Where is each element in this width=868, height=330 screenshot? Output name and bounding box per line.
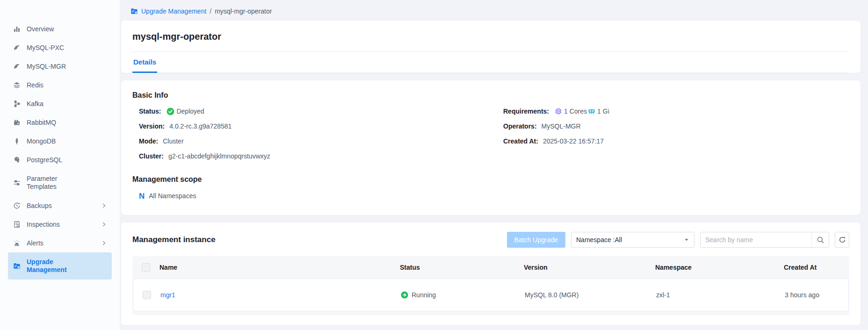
version-value: 4.0.2-rc.3.g9a728581 — [169, 122, 231, 130]
sidebar-item-parameter-templates[interactable]: Parameter Templates — [8, 169, 112, 196]
sidebar-item-label: Backups — [27, 202, 52, 210]
folder-gear-icon — [13, 262, 21, 270]
breadcrumb-root-link[interactable]: Upgrade Management — [141, 7, 206, 15]
cluster-label: Cluster: — [139, 152, 164, 160]
requirements-row: Requirements: 1 Cores 1 Gi — [497, 104, 849, 119]
instance-toolbar: Batch Upgrade Namespace : All — [507, 232, 849, 248]
sidebar-item-redis[interactable]: Redis — [8, 76, 112, 94]
tab-bar: Details — [132, 52, 849, 73]
instance-created-at: 3 hours ago — [785, 291, 848, 299]
instance-name-link[interactable]: mgr1 — [160, 291, 175, 299]
bar-chart-icon — [13, 25, 21, 33]
sidebar-item-label: MongoDB — [27, 137, 56, 145]
search-box — [700, 232, 829, 248]
namespace-scope-value: All Namespaces — [149, 192, 196, 200]
sidebar-item-postgresql[interactable]: PostgreSQL — [8, 151, 112, 169]
created-at-value: 2025-03-22 16:57:17 — [543, 137, 604, 145]
sidebar-item-label: Overview — [27, 25, 54, 33]
created-at-row: Created At: 2025-03-22 16:57:17 — [497, 134, 849, 149]
management-instance-card: Management instance Batch Upgrade Namesp… — [121, 222, 861, 325]
running-status-icon — [401, 291, 408, 299]
sidebar-item-backups[interactable]: Backups — [8, 196, 112, 215]
app-window: Overview MySQL-PXC MySQL-MGR Redis — [0, 0, 868, 330]
search-input[interactable] — [701, 232, 811, 247]
sidebar-item-upgrade-management[interactable]: Upgrade Management — [8, 252, 112, 280]
column-header-created-at: Created At — [784, 264, 849, 271]
table-header-row: Name Status Version Namespace Created At — [132, 256, 849, 279]
restore-icon — [13, 202, 21, 209]
main-content: Upgrade Management / mysql-mgr-operator … — [120, 0, 868, 330]
column-header-name: Name — [159, 264, 400, 271]
namespace-filter-label: Namespace : — [576, 236, 615, 244]
row-checkbox[interactable] — [143, 291, 151, 299]
breadcrumb-separator: / — [210, 7, 211, 15]
chevron-right-icon — [101, 202, 107, 209]
chevron-right-icon — [101, 240, 107, 246]
sidebar-item-label: Parameter Templates — [27, 175, 69, 191]
mode-value: Cluster — [163, 137, 183, 145]
management-instance-title: Management instance — [132, 235, 216, 244]
basic-info-title: Basic Info — [132, 91, 849, 100]
mode-label: Mode: — [139, 137, 158, 145]
breadcrumb-current: mysql-mgr-operator — [215, 7, 272, 15]
requirements-memory-value: 1 Gi — [597, 108, 609, 115]
requirements-label: Requirements: — [503, 108, 549, 115]
rabbit-icon — [13, 119, 21, 126]
doc-search-icon — [13, 221, 21, 228]
sidebar-item-alerts[interactable]: Alerts — [8, 234, 112, 252]
page-title: mysql-mgr-operator — [132, 31, 849, 42]
namespace-filter-value: All — [615, 236, 622, 244]
cpu-icon — [555, 108, 562, 115]
layers-icon — [13, 81, 21, 89]
network-icon — [13, 100, 21, 108]
sidebar-item-rabbitmq[interactable]: RabbitMQ — [8, 113, 112, 132]
refresh-button[interactable] — [835, 232, 849, 248]
sidebar-item-overview[interactable]: Overview — [8, 20, 112, 38]
status-value: Deployed — [176, 108, 204, 115]
tab-details[interactable]: Details — [132, 52, 157, 73]
elephant-icon — [13, 156, 21, 164]
column-header-namespace: Namespace — [655, 264, 784, 271]
sidebar-item-label: MySQL-PXC — [27, 44, 64, 52]
column-header-status: Status — [400, 264, 524, 271]
sidebar-item-mongodb[interactable]: MongoDB — [8, 132, 112, 151]
sidebar-item-label: MySQL-MGR — [27, 63, 66, 71]
sliders-icon — [13, 179, 21, 187]
check-circle-icon — [166, 108, 174, 115]
batch-upgrade-button[interactable]: Batch Upgrade — [507, 232, 565, 248]
created-at-label: Created At: — [503, 137, 538, 145]
breadcrumb: Upgrade Management / mysql-mgr-operator — [130, 7, 861, 16]
namespace-icon: N — [139, 192, 145, 200]
folder-gear-icon — [130, 7, 138, 15]
sidebar-item-mysql-mgr[interactable]: MySQL-MGR — [8, 57, 112, 76]
namespace-filter-select[interactable]: Namespace : All — [571, 232, 694, 248]
sidebar: Overview MySQL-PXC MySQL-MGR Redis — [0, 0, 120, 330]
dolphin-icon — [13, 63, 21, 70]
select-all-checkbox[interactable] — [142, 263, 150, 272]
chevron-right-icon — [101, 221, 107, 228]
sidebar-item-label: Redis — [27, 81, 43, 89]
instance-status: Running — [412, 291, 436, 299]
sidebar-item-kafka[interactable]: Kafka — [8, 94, 112, 113]
caret-down-icon — [684, 237, 689, 243]
management-scope-title: Management scope — [132, 175, 849, 184]
version-row: Version: 4.0.2-rc.3.g9a728581 — [132, 119, 497, 134]
title-card: mysql-mgr-operator Details — [121, 21, 861, 73]
instance-version: MySQL 8.0 (MGR) — [525, 291, 656, 299]
status-label: Status: — [139, 108, 161, 115]
version-label: Version: — [139, 122, 165, 130]
sidebar-item-label: Upgrade Management — [27, 258, 71, 274]
mode-row: Mode: Cluster — [132, 134, 497, 149]
status-row: Status: Deployed — [132, 104, 497, 119]
leaf-icon — [13, 137, 21, 145]
instance-table: Name Status Version Namespace Created At… — [132, 256, 849, 315]
sidebar-item-label: RabbitMQ — [27, 119, 56, 127]
dolphin-icon — [13, 44, 21, 51]
sidebar-item-label: PostgreSQL — [27, 156, 62, 164]
instance-namespace: zxl-1 — [656, 291, 785, 299]
sidebar-item-inspections[interactable]: Inspections — [8, 215, 112, 234]
sidebar-item-mysql-pxc[interactable]: MySQL-PXC — [8, 38, 112, 57]
basic-info-card: Basic Info Status: Deployed Version: 4.0… — [121, 80, 861, 215]
table-row: mgr1 Running MySQL 8.0 (MGR) zxl-1 3 hou… — [133, 279, 849, 311]
search-icon[interactable] — [811, 232, 829, 247]
